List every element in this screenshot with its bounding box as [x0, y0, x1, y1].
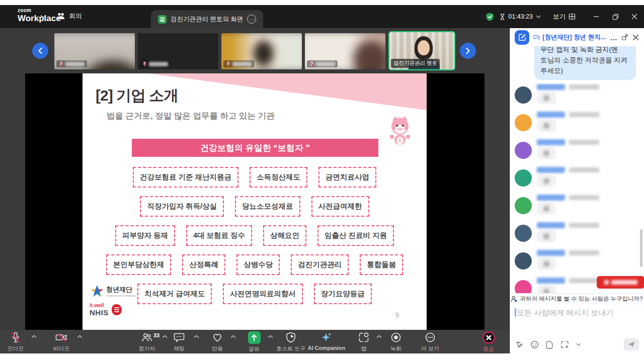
emoji-icon[interactable] [530, 340, 539, 349]
participants-options-chevron-icon[interactable] [162, 335, 168, 338]
record-button[interactable]: 녹화 [384, 331, 408, 352]
tab-shared-screen[interactable]: 검 검진기관관리 멘토의 화면 … [151, 10, 263, 28]
view-grid-icon [569, 13, 576, 20]
share-icon [248, 331, 261, 344]
chat-panel: [청년재단] 청년 현직... … 무단 캡처 및 녹화 금지(멘 토님의 소중… [509, 28, 644, 353]
message-bubble-blurred [537, 92, 556, 104]
avatar [515, 225, 532, 242]
filmstrip-prev-button[interactable] [32, 43, 48, 59]
participant-video-thumbnail[interactable] [138, 33, 218, 69]
chat-options-chevron-icon[interactable] [194, 335, 199, 338]
participant-video-thumbnail[interactable] [221, 33, 302, 69]
reactions-options-chevron-icon[interactable] [230, 335, 236, 338]
video-options-chevron-icon[interactable] [77, 335, 83, 338]
timestamp-blurred [569, 250, 599, 255]
participant-video-thumbnail[interactable] [305, 33, 385, 69]
timestamp-blurred [569, 112, 599, 117]
attach-file-icon[interactable] [546, 340, 553, 349]
new-messages-button[interactable] [597, 276, 644, 289]
share-label: 공유 [249, 345, 260, 353]
filmstrip-next-button[interactable] [460, 43, 476, 59]
view-button[interactable]: 보기 [553, 13, 576, 21]
youth-foundation-logo: 청년재단 Korea Youth Foundation [91, 285, 136, 298]
chat-button[interactable]: 채팅 [168, 331, 191, 352]
topic-box: 검진기관관리 [291, 254, 349, 275]
slide-banner: 건강보험의 유일한 “보험자 ” [132, 139, 378, 157]
screenshot-icon[interactable] [560, 340, 569, 349]
window-close-button[interactable] [625, 5, 644, 28]
participants-label: 참가자 [139, 345, 155, 352]
ai-companion-button[interactable]: AI Companion [303, 331, 350, 351]
participant-name-pill [140, 60, 171, 67]
input-placeholder: 모든 사람에게 메시지 보내기 [517, 308, 614, 317]
audio-button[interactable]: 오디오 [4, 331, 27, 352]
topic-box: 사전연명의료의향서 [223, 284, 303, 304]
chat-message-list[interactable] [510, 83, 644, 293]
shared-screen-badge: 검 [158, 15, 167, 24]
chat-message [510, 166, 644, 188]
audio-options-chevron-icon[interactable] [31, 335, 37, 338]
more-button[interactable]: 더 보기 [417, 331, 444, 352]
tab-options-ellipsis-icon[interactable]: … [247, 15, 256, 24]
window-restore-button[interactable] [606, 5, 625, 28]
sender-name-blurred [537, 112, 565, 118]
zoom-window: zoom Workplace 회의 검 검진기관관리 멘토의 화면 … [0, 5, 644, 353]
video-filmstrip: 검진기관관리 멘토 [0, 28, 509, 73]
video-button[interactable]: 비디오 [49, 331, 73, 352]
topic-box: 상병수당 [236, 254, 280, 275]
timestamp-blurred [569, 140, 599, 145]
encryption-shield-icon[interactable] [485, 12, 495, 22]
visibility-note-text: 귀하의 메시지를 볼 수 있는 사람은 누구입니까? [520, 295, 642, 303]
reactions-button[interactable]: 반응 [206, 331, 229, 352]
end-meeting-label: 종료 [483, 345, 494, 353]
format-text-icon[interactable] [515, 340, 523, 349]
topic-box: 당뇨소모성재료 [235, 196, 300, 217]
message-bubble-blurred [537, 147, 556, 159]
apps-button[interactable]: 앱 [353, 331, 374, 352]
participant-video-thumbnail[interactable] [54, 33, 135, 69]
topic-box: 본인부담상한제 [106, 254, 172, 275]
chat-popout-icon[interactable] [621, 34, 628, 41]
chat-label: 채팅 [174, 345, 185, 352]
chat-channel-title[interactable]: [청년재단] 청년 현직... [533, 33, 606, 42]
share-button[interactable]: 공유 [243, 331, 266, 353]
message-bubble-blurred [537, 120, 556, 132]
nhis-hwell: h-well [90, 303, 109, 308]
message-body [537, 222, 599, 243]
message-visibility-bar[interactable]: 귀하의 메시지를 볼 수 있는 사람은 누구입니까? [510, 294, 644, 304]
active-speaker-video[interactable]: 검진기관관리 멘토 [388, 31, 455, 70]
sender-name-blurred [537, 222, 565, 228]
topic-box: 임출산 진료비 지원 [317, 225, 394, 246]
apps-options-chevron-icon[interactable] [376, 335, 382, 338]
compose-button[interactable] [515, 30, 529, 45]
message-body [537, 111, 599, 133]
end-meeting-button[interactable]: 종료 [477, 331, 500, 353]
workspace-chevron-down-icon[interactable] [40, 15, 46, 19]
chat-more-icon[interactable]: … [610, 33, 617, 42]
text-caret [515, 308, 516, 317]
sender-name-blurred [537, 195, 565, 201]
chat-message [510, 111, 644, 133]
timer-chevron-down-icon[interactable] [536, 15, 541, 19]
tab-meeting[interactable]: 회의 [56, 12, 82, 21]
ai-companion-label: AI Companion [308, 345, 346, 351]
message-body [537, 139, 599, 160]
chat-scrollbar[interactable] [640, 229, 642, 267]
chat-close-icon[interactable] [632, 34, 639, 41]
chat-message [510, 83, 644, 105]
composer-chevron-down-icon[interactable] [576, 343, 581, 346]
message-input[interactable]: 모든 사람에게 메시지 보내기 [510, 304, 644, 336]
window-minimize-button[interactable] [587, 5, 606, 28]
message-body [537, 83, 599, 105]
nhis-name: NHIS [90, 308, 109, 317]
send-button[interactable] [624, 338, 639, 350]
avatar [515, 280, 532, 293]
slide-subtitle: 법을 근거로, 정말 많은 업무를 하고 있는 기관 [107, 111, 275, 122]
topic-box: 건강보험료 기준 재난지원금 [133, 167, 238, 188]
topic-box: 장기요양등급 [314, 284, 372, 304]
avatar [515, 114, 532, 131]
timestamp-blurred [569, 167, 599, 172]
topic-box: 금연치료사업 [318, 167, 376, 188]
logo-subtitle: Korea Youth Foundation [106, 294, 136, 297]
message-bubble-blurred [537, 286, 556, 293]
